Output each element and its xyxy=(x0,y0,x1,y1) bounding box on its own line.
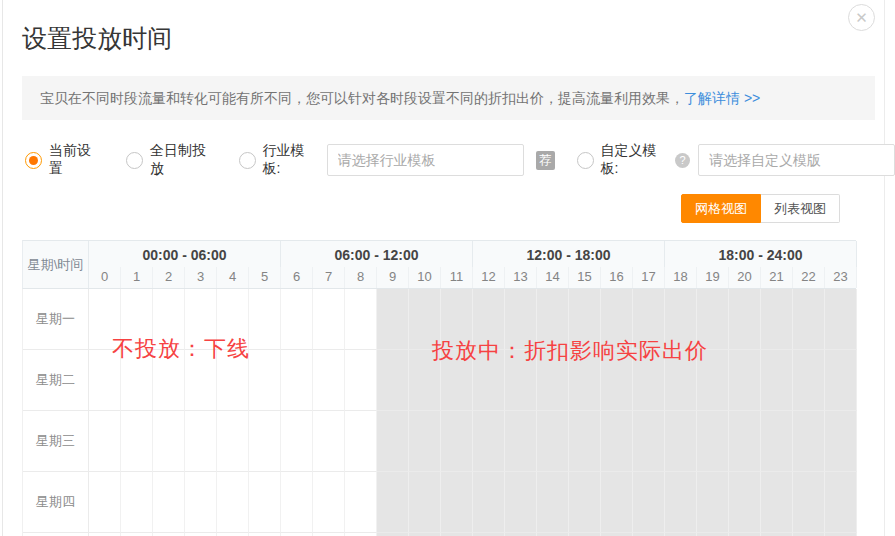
learn-more-link[interactable]: 了解详情 >> xyxy=(684,90,760,106)
grid-cell[interactable] xyxy=(409,472,441,533)
hour-header-0[interactable]: 0 xyxy=(89,267,121,288)
close-icon[interactable]: ✕ xyxy=(848,4,875,31)
grid-cell[interactable] xyxy=(729,289,761,350)
hour-header-8[interactable]: 8 xyxy=(345,267,377,288)
hour-header-1[interactable]: 1 xyxy=(121,267,153,288)
grid-cell[interactable] xyxy=(345,411,377,472)
radio-all-day[interactable] xyxy=(126,152,143,169)
grid-cell[interactable] xyxy=(569,411,601,472)
grid-cell[interactable] xyxy=(377,411,409,472)
hour-header-9[interactable]: 9 xyxy=(377,267,409,288)
grid-cell[interactable] xyxy=(793,289,825,350)
grid-cell[interactable] xyxy=(697,472,729,533)
radio-group-current[interactable]: 当前设置 xyxy=(25,142,104,178)
grid-cell[interactable] xyxy=(249,350,281,411)
industry-template-input[interactable] xyxy=(327,144,524,176)
grid-cell[interactable] xyxy=(601,411,633,472)
day-label-3[interactable]: 星期四 xyxy=(23,472,89,533)
grid-cell[interactable] xyxy=(825,472,857,533)
grid-cell[interactable] xyxy=(345,350,377,411)
grid-cell[interactable] xyxy=(569,472,601,533)
grid-cell[interactable] xyxy=(281,411,313,472)
grid-cell[interactable] xyxy=(825,289,857,350)
radio-current-setting[interactable] xyxy=(25,152,42,169)
hour-header-3[interactable]: 3 xyxy=(185,267,217,288)
grid-cell[interactable] xyxy=(505,472,537,533)
grid-cell[interactable] xyxy=(761,289,793,350)
radio-group-industry[interactable]: 行业模板: xyxy=(239,142,524,178)
list-view-button[interactable]: 列表视图 xyxy=(761,194,840,223)
help-icon[interactable]: ? xyxy=(675,153,690,168)
grid-cell[interactable] xyxy=(537,472,569,533)
hour-header-11[interactable]: 11 xyxy=(441,267,473,288)
grid-cell[interactable] xyxy=(729,472,761,533)
radio-all-day-label[interactable]: 全日制投放 xyxy=(150,142,219,178)
hour-header-20[interactable]: 20 xyxy=(729,267,761,288)
grid-cell[interactable] xyxy=(505,411,537,472)
grid-cell[interactable] xyxy=(217,472,249,533)
hour-header-14[interactable]: 14 xyxy=(537,267,569,288)
grid-cell[interactable] xyxy=(345,472,377,533)
grid-cell[interactable] xyxy=(409,411,441,472)
grid-cell[interactable] xyxy=(729,350,761,411)
radio-group-custom[interactable]: 自定义模板: ? xyxy=(577,142,895,178)
grid-cell[interactable] xyxy=(377,289,409,350)
radio-industry-template[interactable] xyxy=(239,152,256,169)
grid-cell[interactable] xyxy=(761,472,793,533)
grid-cell[interactable] xyxy=(665,472,697,533)
grid-cell[interactable] xyxy=(793,350,825,411)
hour-header-6[interactable]: 6 xyxy=(281,267,313,288)
grid-cell[interactable] xyxy=(825,350,857,411)
hour-header-12[interactable]: 12 xyxy=(473,267,505,288)
grid-cell[interactable] xyxy=(793,472,825,533)
grid-cell[interactable] xyxy=(473,411,505,472)
grid-cell[interactable] xyxy=(313,289,345,350)
grid-cell[interactable] xyxy=(345,289,377,350)
time-range-header-0[interactable]: 00:00 - 06:00 xyxy=(89,241,281,267)
grid-cell[interactable] xyxy=(121,472,153,533)
hour-header-23[interactable]: 23 xyxy=(825,267,857,288)
grid-cell[interactable] xyxy=(185,411,217,472)
grid-cell[interactable] xyxy=(825,411,857,472)
radio-group-all-day[interactable]: 全日制投放 xyxy=(126,142,219,178)
hour-header-13[interactable]: 13 xyxy=(505,267,537,288)
day-label-0[interactable]: 星期一 xyxy=(23,289,89,350)
grid-cell[interactable] xyxy=(185,472,217,533)
hour-header-16[interactable]: 16 xyxy=(601,267,633,288)
grid-cell[interactable] xyxy=(729,411,761,472)
hour-header-17[interactable]: 17 xyxy=(633,267,665,288)
day-label-2[interactable]: 星期三 xyxy=(23,411,89,472)
hour-header-5[interactable]: 5 xyxy=(249,267,281,288)
custom-template-input[interactable] xyxy=(698,144,895,176)
grid-cell[interactable] xyxy=(761,350,793,411)
grid-cell[interactable] xyxy=(281,289,313,350)
radio-custom-label[interactable]: 自定义模板: xyxy=(601,142,670,178)
grid-cell[interactable] xyxy=(313,472,345,533)
grid-cell[interactable] xyxy=(377,350,409,411)
grid-view-button[interactable]: 网格视图 xyxy=(681,194,761,223)
grid-cell[interactable] xyxy=(633,472,665,533)
radio-industry-label[interactable]: 行业模板: xyxy=(263,142,319,178)
radio-current-label[interactable]: 当前设置 xyxy=(49,142,104,178)
time-range-header-1[interactable]: 06:00 - 12:00 xyxy=(281,241,473,267)
radio-custom-template[interactable] xyxy=(577,152,594,169)
day-label-1[interactable]: 星期二 xyxy=(23,350,89,411)
grid-cell[interactable] xyxy=(281,472,313,533)
grid-cell[interactable] xyxy=(281,350,313,411)
grid-cell[interactable] xyxy=(633,411,665,472)
hour-header-10[interactable]: 10 xyxy=(409,267,441,288)
grid-cell[interactable] xyxy=(153,472,185,533)
grid-cell[interactable] xyxy=(153,411,185,472)
hour-header-15[interactable]: 15 xyxy=(569,267,601,288)
grid-cell[interactable] xyxy=(249,289,281,350)
time-range-header-3[interactable]: 18:00 - 24:00 xyxy=(665,241,857,267)
grid-cell[interactable] xyxy=(313,411,345,472)
grid-cell[interactable] xyxy=(377,472,409,533)
grid-cell[interactable] xyxy=(601,472,633,533)
grid-cell[interactable] xyxy=(441,411,473,472)
grid-cell[interactable] xyxy=(89,411,121,472)
hour-header-7[interactable]: 7 xyxy=(313,267,345,288)
grid-cell[interactable] xyxy=(89,472,121,533)
hour-header-22[interactable]: 22 xyxy=(793,267,825,288)
grid-cell[interactable] xyxy=(473,472,505,533)
